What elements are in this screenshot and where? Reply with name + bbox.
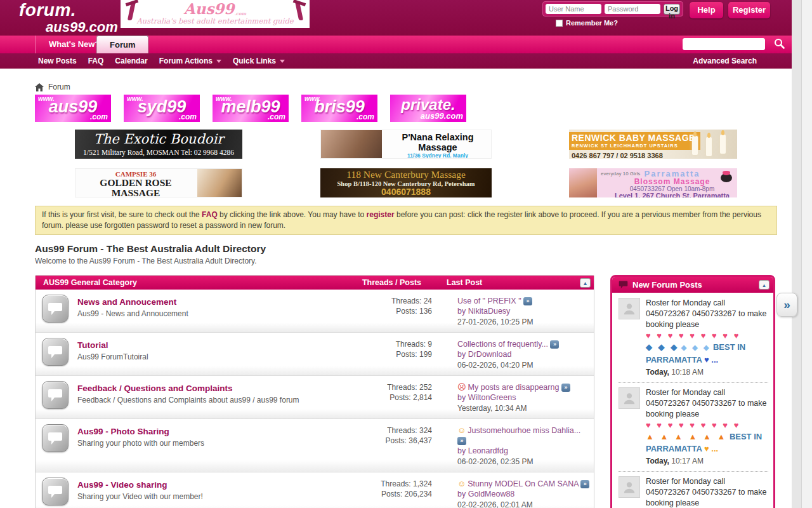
forum-row-feedback: Feedback / Questions and Complaints Feed… (36, 375, 594, 418)
advanced-search-link[interactable]: Advanced Search (693, 57, 757, 65)
login-panel: Log in (542, 1, 683, 17)
last-post-author-link[interactable]: by WiltonGreens (457, 393, 516, 402)
scrollbar[interactable] (801, 0, 812, 508)
logo-aus99[interactable]: www. aus99 .com (35, 95, 111, 122)
goto-last-post-icon[interactable]: » (580, 480, 589, 488)
avatar[interactable] (619, 387, 640, 409)
ad-banner-blossom-massage[interactable]: everyday 10 Girls Parramatta Blossom Mas… (569, 168, 737, 197)
site-logo[interactable]: forum. aus99.com (19, 1, 118, 34)
forum-row-tutorial: Tutorial Aus99 ForumTutoiral Threads: 9 … (36, 332, 594, 375)
last-post-author-link[interactable]: by NikitaDuesy (457, 307, 510, 316)
collapse-category-button[interactable]: ▴ (580, 278, 591, 288)
last-post-title-link[interactable]: Use of " PREFIX " (457, 297, 521, 305)
last-post-author-link[interactable]: by Leonardfdg (457, 446, 508, 455)
search-button[interactable] (771, 38, 787, 51)
last-post-title-link[interactable]: Stunny MODEL On CAM SANA (468, 479, 579, 488)
forum-title-link[interactable]: Aus99 - Video sharing (77, 480, 167, 490)
forum-description: Sharing your Video with our member! (77, 492, 337, 501)
chevron-down-icon (216, 60, 221, 63)
tab-forum-active[interactable]: Forum (96, 36, 148, 53)
help-button[interactable]: Help (690, 2, 723, 18)
threads-count: Threads: 24 (337, 296, 432, 306)
logo-syd99[interactable]: www. syd99 .com (124, 95, 200, 122)
remember-me-checkbox[interactable] (556, 20, 563, 27)
avatar[interactable] (619, 298, 640, 319)
forum-title-link[interactable]: Tutorial (77, 340, 108, 350)
forum-speech-bubble-icon (42, 424, 69, 452)
category-aus99-general: AUS99 General Category Threads / Posts L… (35, 275, 594, 508)
breadcrumb: Forum (35, 83, 777, 91)
post-title-link[interactable]: Roster for Monday call 0450723267 045073… (646, 477, 766, 507)
last-post-title-link[interactable]: Justsomehourhoe miss Dahlia... (468, 426, 580, 435)
forum-title-link[interactable]: Feedback / Questions and Complaints (77, 384, 233, 393)
search-input[interactable] (683, 38, 765, 50)
ad-banner-canterbury-massage[interactable]: 118 New Canterbury Massage Shop B/118-12… (320, 168, 492, 197)
category-header: AUS99 General Category Threads / Posts L… (36, 276, 594, 290)
goto-last-post-icon[interactable]: » (523, 297, 532, 305)
logo-bris99[interactable]: www. bris99 .com (301, 95, 377, 122)
last-post-date: 02-02-2026, 02:01 AM (457, 500, 591, 508)
register-link[interactable]: register (367, 210, 395, 219)
forum-row-news: News and Annoucement Aus99 - News and An… (36, 290, 594, 332)
content-area: Forum www. aus99 .com www. syd99 .com ww… (0, 69, 792, 508)
register-button[interactable]: Register (728, 2, 770, 18)
last-post-author-link[interactable]: by DrDownload (457, 350, 511, 359)
breadcrumb-forum-link[interactable]: Forum (48, 83, 70, 91)
forum-column: AUS99 General Category Threads / Posts L… (35, 275, 594, 508)
forum-title-link[interactable]: Aus99 - Photo Sharing (77, 427, 169, 436)
home-icon[interactable] (35, 83, 44, 91)
goto-last-post-icon[interactable]: » (561, 384, 570, 392)
nav-faq[interactable]: FAQ (88, 57, 104, 65)
nav-forum-actions[interactable]: Forum Actions (159, 57, 221, 65)
sidebar-expand-button[interactable]: » (776, 293, 797, 317)
forum-title-link[interactable]: News and Annoucement (77, 297, 176, 307)
password-input[interactable] (605, 4, 660, 14)
post-title-link[interactable]: Roster for Monday call 0450723267 045073… (646, 298, 766, 329)
category-title: AUS99 General Category (43, 278, 326, 287)
collapse-sidebar-button[interactable]: ▴ (759, 280, 769, 290)
forum-stats: Threads: 9 Posts: 199 (337, 338, 432, 359)
page-subtitle: Welcome to the Aus99 Forum - The Best Au… (35, 257, 777, 265)
last-post-cell: ☹My posts are disappearng » by WiltonGre… (457, 381, 591, 413)
forum-description: Aus99 ForumTutoiral (77, 352, 337, 361)
forum-stats: Threads: 24 Posts: 136 (337, 295, 432, 316)
avatar[interactable] (619, 476, 640, 498)
post-separator (619, 471, 768, 472)
ad-banner-renwick-massage[interactable]: RENWICK BABY MASSAGE RENWICK ST LEICHHAR… (569, 130, 737, 159)
ad-banner-pnana-massage[interactable]: P'Nana Relaxing Massage 11/36 Sydney Rd.… (320, 130, 492, 159)
faq-link[interactable]: FAQ (202, 210, 218, 219)
remember-me-label: Remember Me? (566, 19, 618, 27)
post-title-link[interactable]: Roster for Monday call 0450723267 045073… (646, 388, 766, 418)
aus99-banner-image[interactable]: Aus99.com Australia's best adult enterta… (121, 0, 310, 28)
login-button[interactable]: Log in (664, 4, 680, 15)
goto-last-post-icon[interactable]: » (457, 437, 466, 445)
nav-new-posts[interactable]: New Posts (38, 57, 77, 65)
post-separator (619, 382, 768, 383)
logo-melb99[interactable]: www. melb99 .com (213, 95, 289, 122)
nav-calendar[interactable]: Calendar (115, 57, 147, 65)
ad-banner-exotic-boudoir[interactable]: The Exotic Boudoir 1/521 Military Road, … (75, 130, 242, 159)
angry-emoji-icon: ☹ (457, 382, 466, 392)
cool-emoji-icon: ☺ (457, 479, 466, 488)
column-threads-posts: Threads / Posts (326, 278, 421, 287)
ad-banners-grid: The Exotic Boudoir 1/521 Military Road, … (35, 128, 777, 197)
browser-page: forum. aus99.com Aus99.com Australia's b… (0, 0, 792, 508)
last-post-author-link[interactable]: by GoldMeow88 (457, 490, 514, 498)
goto-last-post-icon[interactable]: » (550, 340, 559, 349)
posts-count: Posts: 199 (337, 349, 432, 359)
hearts-emoji-row: ♥ ♥ ♥ ♥ ♥ ♥ ♥ ♥ ♥ (646, 420, 768, 431)
last-post-title-link[interactable]: Collections of frequently... (457, 340, 548, 349)
nav-quick-links[interactable]: Quick Links (233, 57, 285, 65)
logo-private-aus99[interactable]: private. aus99.com (390, 95, 466, 122)
ad-photo (197, 169, 242, 197)
last-post-cell: ☺Justsomehourhoe miss Dahlia... » by Leo… (457, 424, 591, 467)
post-date: Today, 10:17 AM (646, 456, 768, 467)
last-post-title-link[interactable]: My posts are disappearng (468, 383, 560, 392)
last-post-cell: ☺Stunny MODEL On CAM SANA » by GoldMeow8… (457, 478, 591, 508)
username-input[interactable] (546, 4, 601, 14)
sidebar-post: Roster for Monday call 0450723267 045073… (619, 387, 768, 467)
ad-banner-golden-rose-massage[interactable]: CAMPSIE 36 GOLDEN ROSE MASSAGE 36 NORTH … (75, 168, 242, 197)
posts-count: Posts: 136 (337, 306, 432, 316)
forum-speech-bubble-icon (42, 478, 69, 505)
sidebar-new-forum-posts: New Forum Posts ▴ Roster for Monday call… (610, 275, 775, 508)
